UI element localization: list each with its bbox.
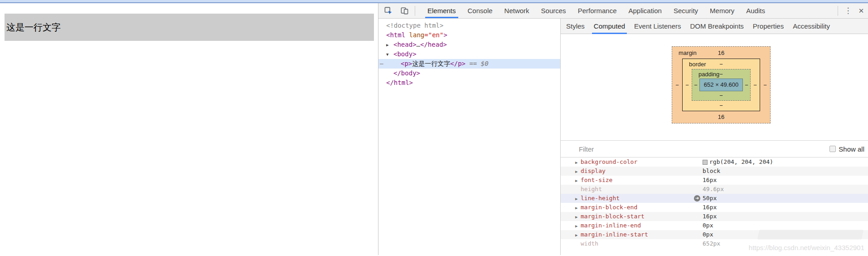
toolbar-right-separator (838, 6, 838, 16)
tab-performance[interactable]: Performance (572, 3, 623, 18)
margin-bottom-value: 16 (672, 111, 770, 123)
devtools-main-tabs: Elements Console Network Sources Perform… (422, 3, 771, 18)
property-row-highlighted[interactable]: ▶line-height ➜ 50px (561, 194, 868, 203)
padding-label: padding (698, 71, 719, 78)
tab-network[interactable]: Network (499, 3, 535, 18)
border-bottom-value: − (683, 101, 760, 111)
dom-line-html-open[interactable]: <html lang="en"> (378, 30, 560, 40)
box-model-border[interactable]: border − − padding (682, 59, 760, 111)
tab-memory[interactable]: Memory (704, 3, 740, 18)
p-inner-text: 这是一行文字 (412, 60, 450, 67)
rendered-page: 这是一行文字 (0, 3, 378, 255)
disclosure-triangle-icon[interactable]: ▶ (575, 212, 581, 222)
tab-properties[interactable]: Properties (748, 19, 788, 34)
attr-value-en: en (432, 31, 440, 39)
styles-sidebar: Styles Computed Event Listeners DOM Brea… (561, 19, 868, 255)
padding-bottom-value: − (692, 91, 750, 100)
dom-tree-panel: <!doctype html> <html lang="en"> ▶<head>… (378, 19, 561, 255)
tab-dom-breakpoints[interactable]: DOM Breakpoints (685, 19, 748, 34)
property-row-inactive[interactable]: width 652px (561, 239, 868, 248)
tab-accessibility[interactable]: Accessibility (788, 19, 834, 34)
property-row-inactive[interactable]: height 49.6px (561, 185, 868, 194)
show-all-label[interactable]: Show all (839, 145, 864, 153)
tab-styles[interactable]: Styles (562, 19, 589, 34)
margin-right-value: − (760, 82, 770, 89)
attr-name-lang: lang (409, 31, 425, 39)
dom-line-body-close[interactable]: </body> (378, 69, 560, 78)
tab-elements[interactable]: Elements (422, 3, 462, 18)
tab-computed[interactable]: Computed (589, 19, 630, 34)
tab-event-listeners[interactable]: Event Listeners (630, 19, 685, 34)
close-icon[interactable]: ✕ (854, 7, 868, 15)
tab-console[interactable]: Console (462, 3, 499, 18)
more-actions-icon[interactable]: ⋯ (380, 59, 383, 69)
border-left-value: − (683, 82, 692, 89)
show-all-checkbox[interactable] (829, 146, 836, 152)
csdn-watermark-logo (757, 230, 864, 240)
selected-node-annotation: == $0 (466, 60, 489, 67)
disclosure-triangle-icon[interactable]: ▶ (575, 203, 581, 212)
color-swatch (703, 160, 708, 165)
devtools-toolbar: Elements Console Network Sources Perform… (378, 3, 868, 19)
box-model-margin[interactable]: margin 16 − border − (672, 46, 771, 123)
margin-left-value: − (672, 82, 682, 89)
device-toolbar-icon[interactable] (398, 5, 411, 17)
box-model-area: margin 16 − border − (561, 34, 868, 140)
tab-security[interactable]: Security (668, 3, 704, 18)
border-label: border (689, 61, 706, 68)
tab-audits[interactable]: Audits (740, 3, 771, 18)
browser-top-edge (0, 0, 868, 3)
property-row[interactable]: ▶margin-block-end 16px (561, 203, 868, 212)
disclosure-triangle-icon[interactable]: ▶ (575, 167, 581, 176)
devtools-panel: Elements Console Network Sources Perform… (378, 3, 868, 255)
box-model-padding[interactable]: padding − − 652 × 49.600 − (692, 69, 751, 101)
page-paragraph[interactable]: 这是一行文字 (5, 14, 374, 41)
dom-line-body-open[interactable]: ▼<body> (378, 49, 560, 59)
kebab-menu-icon[interactable]: ⋮ (842, 6, 854, 15)
property-row[interactable]: ▶margin-inline-end 0px (561, 221, 868, 230)
dom-line-doctype[interactable]: <!doctype html> (378, 21, 560, 30)
filter-input[interactable]: Filter (579, 145, 594, 153)
tab-sources[interactable]: Sources (535, 3, 572, 18)
chevron-expanded-icon[interactable]: ▼ (386, 50, 393, 59)
disclosure-triangle-icon[interactable]: ▶ (575, 158, 581, 167)
dom-line-p-selected[interactable]: ⋯<p>这是一行文字</p> == $0 (378, 59, 560, 69)
box-model-content[interactable]: 652 × 49.600 (699, 79, 743, 91)
dom-line-html-close[interactable]: </html> (378, 78, 560, 88)
toolbar-separator (415, 6, 415, 16)
goto-source-icon[interactable]: ➜ (694, 195, 700, 202)
tab-application[interactable]: Application (623, 3, 668, 18)
property-row[interactable]: ▶background-color rgb(204, 204, 204) (561, 158, 868, 167)
property-row[interactable]: ▶font-size 16px (561, 176, 868, 185)
disclosure-triangle-icon[interactable]: ▶ (575, 176, 581, 185)
disclosure-triangle-icon[interactable]: ▶ (575, 222, 581, 231)
disclosure-triangle-icon[interactable]: ▶ (575, 194, 581, 203)
inspect-element-icon[interactable] (381, 5, 395, 17)
padding-left-value: − (692, 82, 699, 89)
margin-label: margin (679, 49, 697, 56)
sidebar-tabs: Styles Computed Event Listeners DOM Brea… (561, 19, 868, 34)
screenshot-root: 这是一行文字 El (0, 0, 868, 256)
disclosure-triangle-icon[interactable]: ▶ (575, 231, 581, 240)
property-row[interactable]: ▶margin-block-start 16px (561, 212, 868, 221)
box-model-diagram[interactable]: margin 16 − border − (672, 46, 771, 123)
filter-toolbar: Filter Show all (561, 140, 868, 158)
property-row[interactable]: ▶display block (561, 167, 868, 176)
border-right-value: − (751, 82, 760, 89)
chevron-collapsed-icon[interactable]: ▶ (386, 40, 393, 50)
dom-line-head[interactable]: ▶<head>…</head> (378, 40, 560, 49)
doctype-token: <!doctype html> (386, 22, 443, 29)
padding-right-value: − (743, 82, 750, 89)
